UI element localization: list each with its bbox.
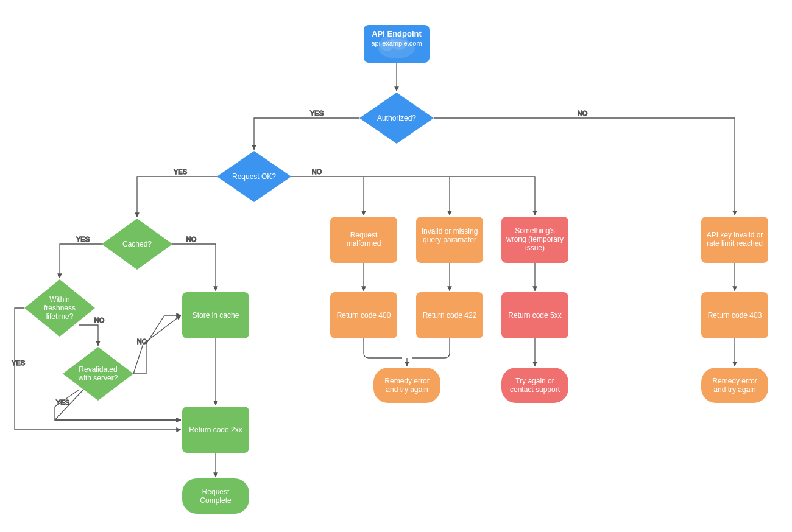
svg-text:Return code 5xx: Return code 5xx: [508, 311, 561, 320]
svg-text:Request: Request: [202, 488, 230, 496]
svg-text:YES: YES: [56, 399, 69, 406]
return-400-node: Return code 400: [330, 292, 397, 338]
remedy-error-2-node: Remedy error and try again: [701, 368, 768, 403]
svg-text:Something's: Something's: [515, 226, 555, 235]
svg-text:freshness: freshness: [44, 304, 76, 312]
svg-text:YES: YES: [174, 168, 187, 175]
request-malformed-node: Request malformed: [330, 217, 397, 263]
svg-text:Return code 2xx: Return code 2xx: [189, 425, 242, 434]
invalid-query-node: Invalid or missing query paramater: [416, 217, 483, 263]
svg-text:rate limit reached: rate limit reached: [707, 239, 763, 248]
start-title: API Endpoint: [372, 29, 422, 38]
svg-text:wrong (temporary: wrong (temporary: [506, 235, 564, 243]
svg-text:issue): issue): [525, 243, 545, 252]
svg-text:lifetime?: lifetime?: [46, 312, 74, 321]
flowchart-diagram: API Endpoint api.example.com Authorized?…: [0, 0, 792, 532]
return-422-node: Return code 422: [416, 292, 483, 338]
store-in-cache-node: Store in cache: [182, 292, 249, 338]
svg-text:Within: Within: [49, 295, 69, 304]
svg-text:Return code 400: Return code 400: [337, 311, 391, 320]
cached-decision: Cached?: [102, 219, 172, 270]
svg-text:Try again or: Try again or: [515, 377, 554, 385]
revalidated-decision: Revalidated with server?: [63, 347, 133, 401]
svg-text:and try again: and try again: [386, 385, 428, 394]
svg-text:NO: NO: [137, 338, 147, 345]
svg-text:YES: YES: [76, 236, 90, 243]
return-5xx-node: Return code 5xx: [501, 292, 568, 338]
request-complete-node: Request Complete: [182, 478, 249, 514]
svg-text:contact support: contact support: [510, 385, 560, 394]
remedy-error-1-node: Remedy error and try again: [373, 368, 440, 403]
start-node: API Endpoint api.example.com: [364, 25, 430, 63]
try-again-node: Try again or contact support: [501, 368, 568, 403]
svg-text:Invalid or missing: Invalid or missing: [422, 227, 478, 236]
svg-text:Request: Request: [350, 231, 378, 239]
api-key-invalid-node: API key invalid or rate limit reached: [701, 217, 768, 263]
svg-text:malformed: malformed: [347, 239, 381, 248]
freshness-decision: Within freshness lifetime?: [24, 279, 95, 337]
svg-text:Return code 403: Return code 403: [708, 311, 762, 320]
svg-text:Remedy error: Remedy error: [712, 377, 757, 385]
svg-text:Authorized?: Authorized?: [377, 114, 416, 122]
start-subtitle: api.example.com: [371, 40, 422, 47]
somethings-wrong-node: Something's wrong (temporary issue): [501, 217, 568, 263]
svg-text:NO: NO: [312, 168, 322, 175]
request-ok-decision: Request OK?: [217, 151, 291, 202]
svg-text:query paramater: query paramater: [423, 236, 476, 244]
svg-text:Revalidated: Revalidated: [79, 365, 117, 374]
svg-text:Request OK?: Request OK?: [232, 172, 276, 181]
svg-text:Return code 422: Return code 422: [423, 311, 477, 320]
authorized-decision: Authorized?: [359, 93, 434, 144]
svg-text:with server?: with server?: [78, 374, 118, 382]
svg-text:YES: YES: [12, 359, 25, 366]
svg-text:API key invalid or: API key invalid or: [707, 231, 763, 239]
edge-label-no: NO: [578, 110, 588, 117]
return-403-node: Return code 403: [701, 292, 768, 338]
svg-text:NO: NO: [94, 317, 105, 324]
svg-text:NO: NO: [186, 236, 197, 243]
svg-text:Complete: Complete: [200, 496, 232, 505]
svg-text:and try again: and try again: [713, 385, 755, 394]
svg-text:Remedy error: Remedy error: [384, 377, 429, 385]
return-2xx-node: Return code 2xx: [182, 407, 249, 453]
edge-label-yes: YES: [310, 110, 324, 117]
svg-text:Cached?: Cached?: [122, 240, 152, 248]
svg-text:Store in cache: Store in cache: [193, 311, 239, 320]
